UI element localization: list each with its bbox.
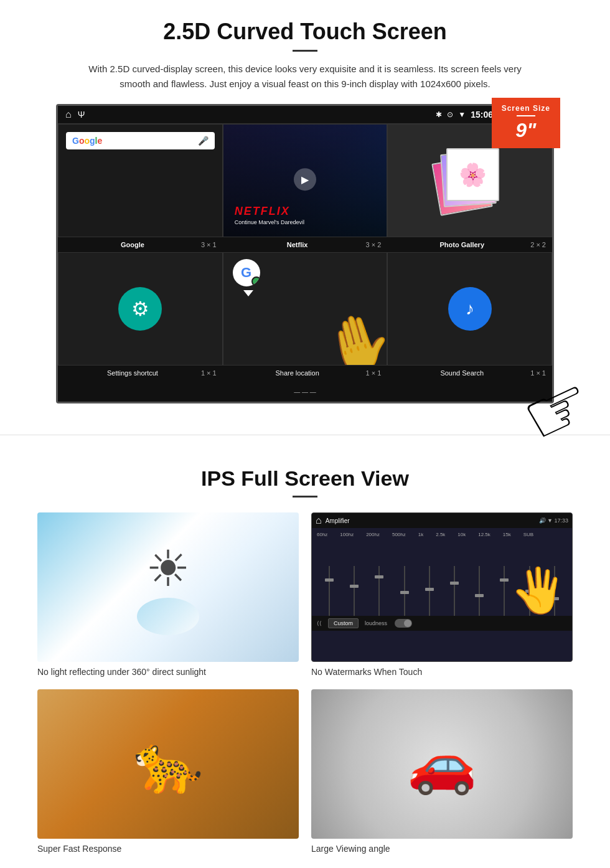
settings-widget: ⚙ (59, 253, 222, 365)
sound-size: 1 × 1 (530, 369, 546, 377)
google-name: Google (121, 241, 144, 248)
sound-label: Sound Search 1 × 1 (387, 366, 552, 380)
app-grid-row1: Google 🎤 ▶ (58, 124, 552, 237)
bluetooth-icon: ✱ (436, 110, 442, 119)
settings-size: 1 × 1 (201, 369, 217, 377)
car-caption: Large Viewing angle (311, 844, 573, 854)
google-widget: Google 🎤 (59, 125, 222, 237)
netflix-logo: NETFLIX (235, 205, 290, 218)
settings-cell[interactable]: ⚙ (58, 252, 223, 366)
cheetah-image: 🐆 (37, 689, 299, 839)
amp-controls: ⟨⟨ Custom loudness (312, 616, 572, 631)
car-image: 🚗 (311, 689, 573, 839)
google-size: 3 × 1 (201, 241, 217, 248)
amp-freq-labels: 60hz100hz200hz500hz1k2.5k10k12.5k15kSUB (312, 528, 572, 541)
gallery-name: Photo Gallery (440, 241, 485, 248)
google-search-bar[interactable]: Google 🎤 (66, 132, 215, 149)
settings-name: Settings shortcut (107, 369, 158, 377)
location-icon: ⊙ (447, 110, 453, 119)
sunlight-image: ☀ (37, 512, 299, 662)
google-cell[interactable]: Google 🎤 (58, 124, 223, 237)
section-ips-screen: IPS Full Screen View ☀ No light reflecti… (0, 454, 610, 868)
netflix-label: Netflix 3 × 2 (223, 237, 388, 252)
google-label: Google 3 × 1 (58, 237, 223, 252)
device-screen: ⌂ Ψ ✱ ⊙ ▼ 15:06 📷 🔊 ⊠ ▭ (56, 104, 554, 403)
hand-icon: 🤚 (316, 304, 387, 365)
netflix-content: NETFLIX Continue Marvel's Daredevil (228, 199, 392, 232)
sound-name: Sound Search (440, 369, 484, 377)
dots-indicator: — — — (58, 380, 552, 402)
feature-grid: ☀ No light reflecting under 360° direct … (37, 512, 573, 854)
photo-stack: 🌸 (433, 143, 507, 218)
home-icon: ⌂ (65, 109, 72, 120)
cheetah-caption: Super Fast Response (37, 844, 299, 854)
section1-title: 2.5D Curved Touch Screen (37, 19, 573, 45)
section-divider (0, 435, 610, 435)
title-divider-2 (293, 496, 317, 498)
feature-car: 🚗 Large Viewing angle (311, 689, 573, 854)
amplifier-image: ⌂ Amplifier 🔊 ▼ 17:33 60hz100hz200hz500h… (311, 512, 573, 662)
app-grid-row2: ⚙ G (58, 252, 552, 366)
netflix-size: 3 × 2 (366, 241, 382, 248)
sound-widget: ♪ (388, 253, 551, 365)
amp-title: Amplifier (326, 517, 350, 524)
sunlight-caption: No light reflecting under 360° direct su… (37, 667, 299, 677)
screen-size-badge: Screen Size 9" (492, 98, 560, 148)
gallery-size: 2 × 2 (530, 241, 546, 248)
status-time: 15:06 (471, 110, 493, 120)
settings-icon: ⚙ (118, 287, 162, 331)
amp-header: ⌂ Amplifier 🔊 ▼ 17:33 (312, 513, 572, 528)
sound-search-cell[interactable]: ♪ (387, 252, 552, 366)
mic-icon: 🎤 (198, 136, 209, 146)
amplifier-caption: No Watermarks When Touch (311, 667, 573, 677)
netflix-subtitle: Continue Marvel's Daredevil (235, 219, 304, 225)
share-location-cell[interactable]: G 🤚 (223, 252, 388, 366)
netflix-name: Netflix (287, 241, 308, 248)
share-label: Share location 1 × 1 (223, 366, 388, 380)
badge-divider (517, 115, 535, 116)
netflix-cell[interactable]: ▶ NETFLIX Continue Marvel's Daredevil (223, 124, 388, 237)
settings-label: Settings shortcut 1 × 1 (58, 366, 223, 380)
netflix-widget: ▶ NETFLIX Continue Marvel's Daredevil (223, 125, 387, 237)
sound-icon: ♪ (448, 287, 492, 331)
app-label-row2: Settings shortcut 1 × 1 Share location 1… (58, 366, 552, 380)
photo-card-3: 🌸 (446, 148, 499, 201)
status-bar: ⌂ Ψ ✱ ⊙ ▼ 15:06 📷 🔊 ⊠ ▭ (58, 106, 552, 124)
google-logo: Google (72, 136, 102, 146)
share-name: Share location (275, 369, 319, 377)
feature-amplifier: ⌂ Amplifier 🔊 ▼ 17:33 60hz100hz200hz500h… (311, 512, 573, 677)
wifi-icon: ▼ (458, 110, 466, 119)
share-widget: G 🤚 (223, 253, 387, 365)
share-size: 1 × 1 (366, 369, 382, 377)
title-divider (293, 50, 317, 52)
badge-size: 9" (502, 119, 550, 142)
device-mockup: Screen Size 9" ⌂ Ψ ✱ ⊙ ▼ 15:06 📷 🔊 ⊠ ▭ (56, 104, 554, 403)
amp-eq: 🖐 (312, 541, 572, 616)
feature-sunlight: ☀ No light reflecting under 360° direct … (37, 512, 299, 677)
touch-hand: 🖐 (512, 565, 566, 616)
app-label-row1: Google 3 × 1 Netflix 3 × 2 Photo Gallery… (58, 237, 552, 252)
feature-cheetah: 🐆 Super Fast Response (37, 689, 299, 854)
photo-gallery-label: Photo Gallery 2 × 2 (387, 237, 552, 252)
section2-title: IPS Full Screen View (37, 466, 573, 491)
section1-description: With 2.5D curved-display screen, this de… (87, 62, 523, 92)
badge-label: Screen Size (502, 104, 550, 113)
maps-icon: G (233, 259, 264, 293)
section-curved-screen: 2.5D Curved Touch Screen With 2.5D curve… (0, 0, 610, 416)
usb-icon: Ψ (78, 110, 85, 120)
